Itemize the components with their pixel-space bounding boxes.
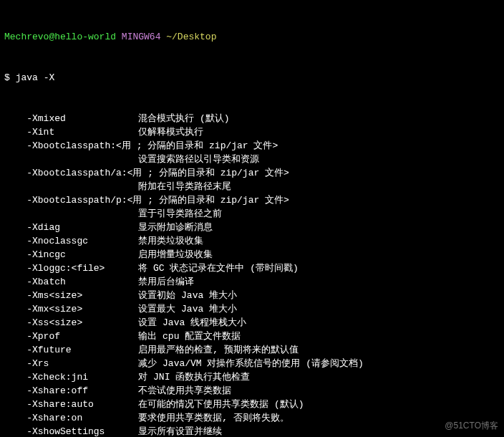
option-line: -Xincgc 启用增量垃圾收集 (4, 248, 500, 261)
option-line: -Xms<size> 设置初始 Java 堆大小 (4, 289, 500, 302)
option-line: -Xbootclasspath/p:<用 ; 分隔的目录和 zip/jar 文件… (4, 193, 500, 207)
option-line: -Xshare:auto 在可能的情况下使用共享类数据 (默认) (4, 398, 500, 411)
option-line: -Xss<size> 设置 Java 线程堆栈大小 (4, 316, 500, 330)
prompt-user: Mechrevo@hello-world (4, 32, 116, 42)
watermark: @51CTO博客 (445, 419, 498, 433)
option-line: -Xnoclassgc 禁用类垃圾收集 (4, 234, 500, 248)
option-line: -Xcheck:jni 对 JNI 函数执行其他检查 (4, 370, 500, 384)
option-line: -Xdiag 显示附加诊断消息 (4, 221, 500, 234)
option-line: -Xshare:off 不尝试使用共享类数据 (4, 384, 500, 398)
options-block: -Xmixed 混合模式执行 (默认) -Xint 仅解释模式执行 -Xboot… (4, 112, 500, 437)
prompt-host: MINGW64 (122, 32, 161, 42)
command-text: java -X (16, 72, 55, 83)
option-desc-wrap: 置于引导类路径之前 (4, 207, 500, 221)
option-line: -Xbootclasspath:<用 ; 分隔的目录和 zip/jar 文件> (4, 139, 500, 153)
option-line: -Xint 仅解释模式执行 (4, 125, 500, 139)
option-desc-wrap: 附加在引导类路径末尾 (4, 180, 500, 193)
option-line: -Xbootclasspath/a:<用 ; 分隔的目录和 zip/jar 文件… (4, 166, 500, 180)
option-line: -Xbatch 禁用后台编译 (4, 275, 500, 289)
command-line: $ java -X (4, 71, 500, 85)
option-line: -Xmixed 混合模式执行 (默认) (4, 112, 500, 125)
option-line: -Xrs 减少 Java/VM 对操作系统信号的使用 (请参阅文档) (4, 357, 500, 370)
option-line: -Xloggc:<file> 将 GC 状态记录在文件中 (带时间戳) (4, 261, 500, 275)
prompt-symbol: $ (4, 72, 10, 83)
option-line: -XshowSettings 显示所有设置并继续 (4, 425, 500, 437)
option-line: -Xshare:on 要求使用共享类数据, 否则将失败。 (4, 411, 500, 425)
option-line: -Xfuture 启用最严格的检查, 预期将来的默认值 (4, 343, 500, 357)
terminal-output[interactable]: Mechrevo@hello-world MINGW64 ~/Desktop $… (0, 0, 504, 437)
option-desc-wrap: 设置搜索路径以引导类和资源 (4, 153, 500, 166)
prompt-line: Mechrevo@hello-world MINGW64 ~/Desktop (4, 30, 500, 44)
option-line: -Xprof 输出 cpu 配置文件数据 (4, 330, 500, 343)
prompt-path: ~/Desktop (166, 32, 216, 42)
option-line: -Xmx<size> 设置最大 Java 堆大小 (4, 302, 500, 316)
